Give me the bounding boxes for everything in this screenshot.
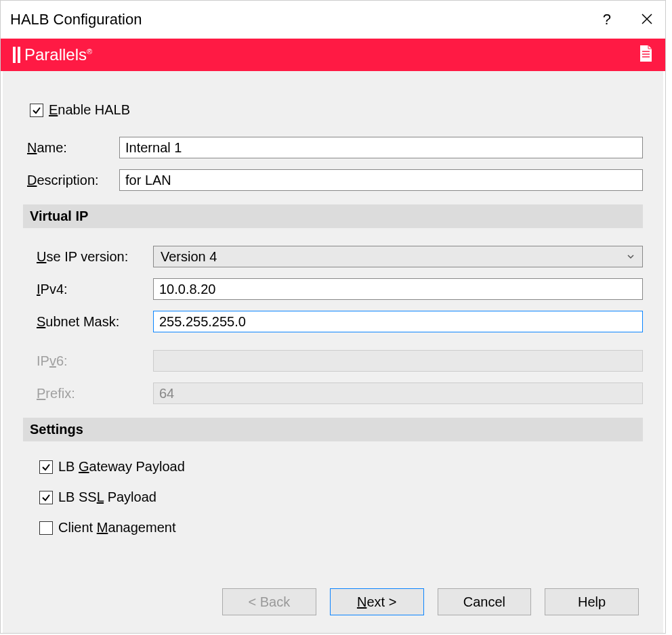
description-row: Description: bbox=[27, 169, 643, 191]
ipv4-input[interactable] bbox=[153, 278, 643, 300]
brand-name: Parallels® bbox=[24, 45, 92, 64]
ipv4-label: IPv4: bbox=[37, 282, 153, 297]
ipv6-label: IPv6: bbox=[37, 353, 153, 369]
parallels-bars-icon bbox=[13, 47, 20, 63]
chevron-down-icon bbox=[626, 252, 635, 261]
subnet-input[interactable] bbox=[153, 311, 643, 332]
description-input[interactable] bbox=[119, 169, 643, 191]
brand-logo: Parallels® bbox=[13, 45, 92, 64]
lb-ssl-checkbox[interactable]: LB SSL Payload bbox=[39, 489, 643, 505]
help-icon[interactable]: ? bbox=[603, 11, 611, 28]
document-icon[interactable] bbox=[638, 45, 653, 65]
name-row: Name: bbox=[27, 137, 643, 158]
dialog-window: HALB Configuration ? Parallels® bbox=[0, 0, 666, 634]
dialog-content: Enable HALB Name: Description: Virtual I… bbox=[1, 71, 665, 633]
settings-section-header: Settings bbox=[23, 418, 643, 441]
prefix-label: Prefix: bbox=[37, 386, 153, 401]
close-icon[interactable] bbox=[641, 10, 653, 29]
lb-gateway-checkbox[interactable]: LB Gateway Payload bbox=[39, 459, 643, 475]
titlebar: HALB Configuration ? bbox=[1, 1, 665, 39]
subnet-label: Subnet Mask: bbox=[37, 314, 153, 330]
description-label: Description: bbox=[27, 173, 119, 188]
ipv4-row: IPv4: bbox=[37, 278, 643, 300]
ip-version-label: Use IP version: bbox=[37, 249, 153, 265]
next-button[interactable]: Next > bbox=[330, 588, 424, 615]
back-button: < Back bbox=[222, 588, 316, 615]
help-button[interactable]: Help bbox=[545, 588, 639, 615]
prefix-input bbox=[153, 382, 643, 404]
window-controls: ? bbox=[603, 10, 653, 29]
name-input[interactable] bbox=[119, 137, 643, 158]
client-management-checkbox[interactable]: Client Management bbox=[39, 520, 643, 535]
subnet-row: Subnet Mask: bbox=[37, 311, 643, 332]
window-title: HALB Configuration bbox=[10, 11, 142, 28]
ip-version-select[interactable]: Version 4 bbox=[153, 246, 643, 267]
name-label: Name: bbox=[27, 140, 119, 156]
ipv6-input bbox=[153, 350, 643, 372]
prefix-row: Prefix: bbox=[37, 382, 643, 404]
enable-halb-checkbox[interactable]: Enable HALB bbox=[30, 102, 643, 118]
virtual-ip-section-header: Virtual IP bbox=[23, 204, 643, 228]
cancel-button[interactable]: Cancel bbox=[438, 588, 532, 615]
brand-bar: Parallels® bbox=[1, 39, 665, 71]
ipv6-row: IPv6: bbox=[37, 350, 643, 372]
button-row: < Back Next > Cancel Help bbox=[222, 588, 643, 621]
ip-version-row: Use IP version: Version 4 bbox=[37, 246, 643, 267]
